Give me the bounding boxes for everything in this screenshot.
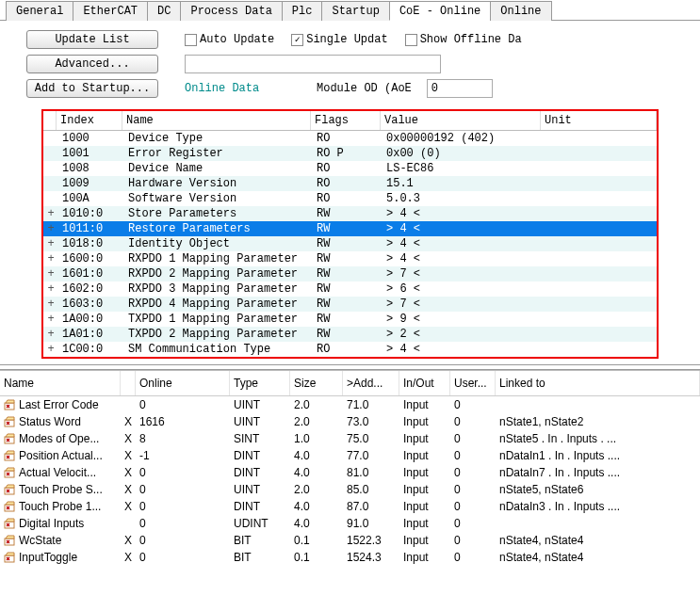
show-offline-checkbox[interactable]: Show Offline Da	[405, 33, 522, 46]
var-user: 0	[450, 515, 496, 532]
coe-row[interactable]: +1603:0RXPDO 4 Mapping ParameterRW> 7 <	[43, 297, 657, 312]
variable-row[interactable]: Actual Velocit...X0DINT4.081.0Input0nDat…	[0, 464, 700, 481]
lh-type[interactable]: Type	[230, 371, 290, 395]
coe-row[interactable]: +1601:0RXPDO 2 Mapping ParameterRW> 7 <	[43, 266, 657, 281]
coe-row[interactable]: 1001Error RegisterRO P0x00 (0)	[43, 146, 657, 161]
var-linked: nState4, nState4	[496, 549, 700, 566]
coe-row[interactable]: +1A00:0TXPDO 1 Mapping ParameterRW> 9 <	[43, 312, 657, 327]
tab-dc[interactable]: DC	[147, 1, 181, 21]
expand-icon[interactable]: +	[43, 251, 58, 266]
lh-user[interactable]: User...	[450, 371, 496, 395]
var-type: UINT	[230, 481, 290, 498]
variable-row[interactable]: InputToggleX0BIT0.11524.3Input0nState4, …	[0, 549, 700, 566]
advanced-button[interactable]: Advanced...	[26, 55, 158, 73]
col-header-index[interactable]: Index	[57, 111, 122, 130]
coe-row[interactable]: +1A01:0TXPDO 2 Mapping ParameterRW> 2 <	[43, 327, 657, 342]
var-type: BIT	[230, 549, 290, 566]
checkbox-checked-icon: ✓	[291, 34, 303, 46]
var-addr: 1524.3	[343, 549, 399, 566]
show-offline-label: Show Offline Da	[420, 33, 522, 46]
col-header-name[interactable]: Name	[122, 111, 311, 130]
variable-row[interactable]: Touch Probe 1...X0DINT4.087.0Input0nData…	[0, 498, 700, 515]
expand-icon[interactable]: +	[43, 297, 58, 312]
coe-row[interactable]: +1C00:0SM Communication TypeRO> 4 <	[43, 342, 657, 357]
cell-flags: RO	[313, 176, 383, 191]
var-linked-mark: X	[121, 498, 136, 515]
col-header-value[interactable]: Value	[381, 111, 541, 130]
var-io: Input	[399, 498, 450, 515]
tab-general[interactable]: General	[6, 1, 73, 21]
tab-process-data[interactable]: Process Data	[180, 1, 282, 21]
expand-icon[interactable]	[43, 146, 58, 161]
cell-unit	[543, 146, 657, 161]
expand-icon[interactable]: +	[43, 206, 58, 221]
svg-rect-1	[5, 420, 14, 426]
variable-row[interactable]: Position Actual...X-1DINT4.077.0Input0nD…	[0, 447, 700, 464]
var-linked: nDataIn1 . In . Inputs ....	[496, 447, 700, 464]
variable-icon	[4, 501, 15, 512]
coe-row[interactable]: +1600:0RXPDO 1 Mapping ParameterRW> 4 <	[43, 251, 657, 266]
filter-input[interactable]	[185, 55, 441, 73]
lh-size[interactable]: Size	[290, 371, 343, 395]
var-size: 4.0	[290, 498, 343, 515]
expand-icon[interactable]: +	[43, 327, 58, 342]
expand-icon[interactable]	[43, 191, 58, 206]
variable-row[interactable]: Status WordX1616UINT2.073.0Input0nState1…	[0, 413, 700, 430]
coe-row[interactable]: 100ASoftware VersionRO5.0.3	[43, 191, 657, 206]
expand-icon[interactable]	[43, 176, 58, 191]
coe-row[interactable]: +1602:0RXPDO 3 Mapping ParameterRW> 6 <	[43, 281, 657, 297]
col-header-unit[interactable]: Unit	[541, 111, 657, 130]
cell-unit	[543, 206, 657, 221]
var-type: SINT	[230, 430, 290, 447]
expand-icon[interactable]: +	[43, 281, 58, 297]
lh-io[interactable]: In/Out	[399, 371, 450, 395]
tab-online[interactable]: Online	[490, 1, 551, 21]
variable-row[interactable]: Last Error Code0UINT2.071.0Input0	[0, 396, 700, 413]
variable-row[interactable]: Modes of Ope...X8SINT1.075.0Input0nState…	[0, 430, 700, 447]
lh-addr[interactable]: >Add...	[343, 371, 399, 395]
variable-row[interactable]: WcStateX0BIT0.11522.3Input0nState4, nSta…	[0, 532, 700, 549]
tab-plc[interactable]: Plc	[282, 1, 323, 21]
update-list-button[interactable]: Update List	[26, 30, 158, 49]
coe-row[interactable]: 1000Device TypeRO0x00000192 (402)	[43, 131, 657, 146]
expand-icon[interactable]: +	[43, 342, 58, 357]
cell-unit	[543, 191, 657, 206]
coe-row[interactable]: +1018:0Identity ObjectRW> 4 <	[43, 236, 657, 251]
var-name: Last Error Code	[0, 396, 121, 413]
lh-online[interactable]: Online	[136, 371, 230, 395]
tab-ethercat[interactable]: EtherCAT	[73, 1, 148, 21]
expand-icon[interactable]: +	[43, 266, 58, 281]
coe-row[interactable]: +1010:0Store ParametersRW> 4 <	[43, 206, 657, 221]
cell-value: > 7 <	[383, 297, 543, 312]
auto-update-checkbox[interactable]: Auto Update	[185, 33, 274, 46]
variable-row[interactable]: Digital Inputs0UDINT4.091.0Input0	[0, 515, 700, 532]
lh-name[interactable]: Name	[0, 371, 121, 395]
var-size: 4.0	[290, 447, 343, 464]
expand-icon[interactable]	[43, 131, 58, 146]
cell-value: > 4 <	[383, 221, 543, 236]
variable-icon	[4, 518, 15, 529]
coe-row[interactable]: 1009Hardware VersionRO15.1	[43, 176, 657, 191]
cell-index: 1600:0	[58, 251, 124, 266]
tab-coe-online[interactable]: CoE - Online	[389, 1, 491, 21]
expand-icon[interactable]: +	[43, 312, 58, 327]
var-user: 0	[450, 413, 496, 430]
col-header-flags[interactable]: Flags	[311, 111, 381, 130]
cell-name: Identity Object	[124, 236, 313, 251]
variable-icon	[4, 552, 15, 563]
cell-name: Store Parameters	[124, 206, 313, 221]
expand-icon[interactable]	[43, 161, 58, 176]
coe-row[interactable]: +1011:0Restore ParametersRW> 4 <	[43, 221, 657, 236]
var-io: Input	[399, 515, 450, 532]
add-to-startup-button[interactable]: Add to Startup...	[26, 79, 158, 98]
tab-startup[interactable]: Startup	[321, 1, 389, 21]
expand-icon[interactable]: +	[43, 236, 58, 251]
expand-icon[interactable]: +	[43, 221, 58, 236]
variable-row[interactable]: Touch Probe S...X0UINT2.085.0Input0nStat…	[0, 481, 700, 498]
coe-row[interactable]: 1008Device NameROLS-EC86	[43, 161, 657, 176]
lh-linked[interactable]: Linked to	[496, 371, 700, 395]
var-name: Actual Velocit...	[0, 464, 121, 481]
single-update-checkbox[interactable]: ✓ Single Updat	[291, 33, 387, 46]
cell-unit	[543, 236, 657, 251]
module-od-input[interactable]	[427, 79, 493, 98]
